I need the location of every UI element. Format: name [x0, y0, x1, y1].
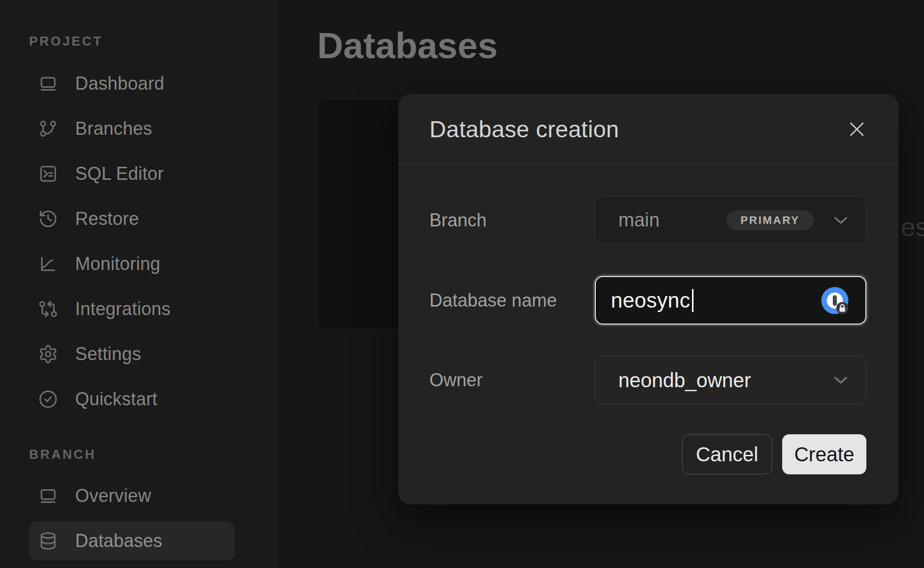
dialog-title: Database creation — [429, 116, 619, 143]
sidebar-item-label: Databases — [75, 530, 162, 551]
sidebar-item-integrations[interactable]: Integrations — [29, 290, 235, 329]
sidebar-item-label: Overview — [75, 485, 151, 506]
overview-icon — [38, 486, 58, 506]
sidebar-item-overview[interactable]: Overview — [29, 476, 235, 515]
sidebar-item-restore[interactable]: Restore — [29, 199, 235, 238]
owner-select[interactable]: neondb_owner — [595, 356, 866, 405]
sidebar-item-label: SQL Editor — [75, 163, 164, 184]
sidebar-section-project: PROJECT — [29, 34, 103, 49]
sidebar-item-label: Quickstart — [75, 389, 157, 410]
history-restore-icon — [38, 209, 58, 229]
chevron-down-icon — [834, 376, 848, 384]
background-clipped-text: es w — [901, 211, 924, 246]
owner-label: Owner — [429, 356, 590, 405]
cancel-button[interactable]: Cancel — [682, 434, 772, 474]
sidebar-item-branches[interactable]: Branches — [29, 109, 235, 148]
database-name-input[interactable]: neosync — [595, 276, 866, 325]
monitoring-chart-icon — [38, 254, 58, 274]
sidebar-item-label: Settings — [75, 344, 141, 365]
chevron-down-icon — [834, 216, 848, 224]
close-icon — [848, 120, 866, 138]
text-cursor — [692, 289, 694, 312]
page-title: Databases — [317, 26, 498, 66]
sidebar-item-label: Integrations — [75, 299, 171, 320]
database-name-label: Database name — [429, 276, 590, 325]
dashboard-icon — [38, 74, 58, 94]
dialog-header: Database creation — [398, 94, 898, 164]
database-creation-dialog: Database creation Branch main PRIMARY Da… — [398, 94, 898, 504]
owner-value: neondb_owner — [618, 369, 751, 392]
sidebar-item-dashboard[interactable]: Dashboard — [29, 64, 235, 103]
app-root: { "sidebar": { "sections": [ { "label": … — [0, 0, 924, 568]
sidebar-item-label: Dashboard — [75, 73, 164, 94]
sidebar-item-sql-editor[interactable]: SQL Editor — [29, 154, 235, 193]
sidebar: PROJECT Dashboard Branches SQL Editor Re… — [0, 0, 276, 568]
sidebar-item-quickstart[interactable]: Quickstart — [29, 380, 235, 419]
git-branch-icon — [38, 119, 58, 139]
sidebar-item-settings[interactable]: Settings — [29, 335, 235, 374]
sidebar-item-label: Monitoring — [75, 253, 160, 274]
create-button[interactable]: Create — [782, 434, 866, 474]
branch-value: main — [618, 209, 659, 231]
close-button[interactable] — [841, 113, 873, 145]
check-circle-icon — [38, 389, 58, 409]
sidebar-item-monitoring[interactable]: Monitoring — [29, 244, 235, 283]
branch-select[interactable]: main PRIMARY — [595, 196, 866, 244]
sidebar-item-label: Restore — [75, 208, 139, 229]
sql-editor-icon — [38, 164, 58, 184]
branch-label: Branch — [429, 196, 590, 244]
database-name-value: neosync — [611, 289, 690, 313]
sidebar-item-databases[interactable]: Databases — [29, 521, 235, 560]
password-manager-icon[interactable] — [821, 287, 849, 315]
sidebar-section-branch: BRANCH — [29, 447, 96, 462]
database-icon — [38, 531, 58, 551]
integrations-icon — [38, 299, 58, 319]
primary-badge: PRIMARY — [727, 210, 814, 230]
gear-icon — [38, 344, 58, 364]
sidebar-item-label: Branches — [75, 118, 152, 139]
